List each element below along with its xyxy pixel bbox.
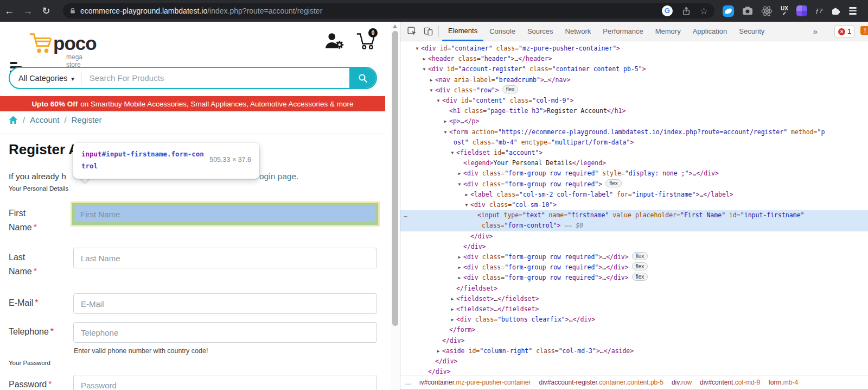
expand-arrow-icon[interactable]: ▶ [456, 252, 463, 262]
flex-badge[interactable]: flex [605, 179, 622, 187]
grid-extension-icon[interactable] [796, 5, 807, 16]
tree-node-line[interactable]: <h1 class="page-title h3">Register Accou… [400, 106, 868, 116]
expand-arrow-icon[interactable]: ▶ [435, 346, 442, 356]
firstname-input[interactable]: First Name [75, 206, 375, 222]
tree-node-line[interactable]: ▶<fieldset>…</fieldset> [400, 304, 868, 314]
flex-badge[interactable]: flex [502, 85, 519, 93]
collapse-arrow-icon[interactable]: ▼ [456, 179, 463, 190]
collapse-arrow-icon[interactable]: ▼ [428, 85, 435, 96]
expand-arrow-icon[interactable]: ▶ [456, 273, 463, 283]
function-help-extension-icon[interactable]: ƒ? [815, 7, 822, 15]
tab-elements[interactable]: Elements [442, 22, 483, 41]
expand-arrow-icon[interactable]: ▶ [449, 314, 456, 325]
share-icon[interactable] [682, 7, 691, 15]
tree-node-line[interactable]: </div> [400, 231, 868, 242]
console-error-badge[interactable]: ✕ 1 [834, 26, 855, 37]
tree-node-line[interactable]: ▶<p>…</p> [400, 116, 868, 127]
expand-arrow-icon[interactable]: ▶ [428, 75, 435, 85]
expand-arrow-icon[interactable]: ▶ [463, 190, 470, 200]
expand-arrow-icon[interactable]: ▶ [456, 262, 463, 273]
back-icon[interactable]: ← [0, 5, 18, 17]
e-mail-input[interactable]: E-Mail [73, 293, 377, 314]
ux-check-extension-icon[interactable]: UX✓ [781, 6, 788, 16]
dom-breadcrumb-item[interactable]: form.mb-4 [768, 379, 798, 386]
tree-node-line[interactable]: <legend>Your Personal Details</legend> [400, 158, 868, 168]
tree-node-line[interactable]: ▶<label class="col-sm-2 col-form-label" … [400, 190, 868, 200]
tree-node-line[interactable]: ▼<div id="container" class="mz-pure-push… [400, 43, 868, 54]
tree-node-line[interactable]: ▶<aside id="column-right" class="col-md-… [400, 346, 868, 356]
collapse-arrow-icon[interactable]: ▼ [435, 96, 442, 106]
device-toolbar-icon[interactable] [421, 24, 435, 39]
google-icon[interactable]: G [662, 5, 673, 16]
more-tabs-button[interactable]: » [813, 22, 818, 41]
tree-node-line[interactable]: </div> [400, 242, 868, 252]
tree-node-line[interactable]: ▶<div class="form-group row required">…<… [400, 262, 868, 273]
tree-node-line[interactable]: ▼<div id="content" class="col-md-9"> [400, 96, 868, 106]
address-bar[interactable]: ecommerce-playground.lambdatest.io/index… [63, 3, 714, 18]
tree-node-line[interactable]: …<input type="text" name="firstname" val… [400, 210, 868, 221]
collapse-arrow-icon[interactable]: ▼ [421, 64, 427, 74]
twitter-extension-icon[interactable] [723, 5, 734, 17]
tree-node-line[interactable]: ▶<div class="buttons clearfix">…</div> [400, 314, 868, 325]
tab-performance[interactable]: Performance [597, 22, 649, 41]
dom-breadcrumb-item[interactable]: div.row [672, 379, 692, 386]
tree-node-line[interactable]: ▼<fieldset id="account"> [400, 148, 868, 158]
tree-node-line[interactable]: ▶<nav aria-label="breadcrumb">…</nav> [400, 75, 868, 85]
tree-node-line[interactable]: ▶<fieldset>…</fieldset> [400, 294, 868, 304]
dom-breadcrumb-item[interactable]: div#account-register.container.content.p… [539, 379, 663, 386]
page-scrollbar[interactable] [391, 22, 400, 390]
collapse-arrow-icon[interactable]: ▼ [463, 200, 470, 210]
dom-breadcrumb-item[interactable]: iv#container.mz-pure-pusher-container [419, 379, 531, 386]
expand-arrow-icon[interactable]: ▶ [449, 304, 456, 314]
tree-node-line[interactable]: ▼<div id="account-register" class="conta… [400, 64, 868, 74]
dom-breadcrumb-item[interactable]: … [405, 379, 411, 386]
tree-node-line[interactable]: ▼<div class="row">flex [400, 85, 868, 96]
tab-console[interactable]: Console [483, 22, 521, 41]
tab-security[interactable]: Security [733, 22, 770, 41]
tab-sources[interactable]: Sources [521, 22, 559, 41]
reload-icon[interactable]: ↻ [37, 5, 55, 17]
expand-arrow-icon[interactable]: ▶ [442, 116, 449, 127]
node-options-icon[interactable]: … [404, 210, 407, 221]
tree-node-line[interactable]: ▼<form action="https://ecommerce-playgro… [400, 127, 868, 137]
dom-breadcrumb-item[interactable]: div#content.col-md-9 [700, 379, 760, 386]
tree-node-line[interactable]: </div> [400, 367, 868, 375]
tree-node-line[interactable]: ▼<div class="col-sm-10"> [400, 200, 868, 210]
extensions-puzzle-icon[interactable] [831, 5, 841, 16]
tree-node-line[interactable]: ▶<header class="header">…</header> [400, 54, 868, 64]
tree-node-line[interactable]: </div> [400, 336, 868, 346]
tree-node-line[interactable]: ▼<div class="form-group row required">fl… [400, 179, 868, 190]
expand-arrow-icon[interactable]: ▶ [449, 294, 456, 304]
tree-node-line[interactable]: </fieldset> [400, 284, 868, 294]
last-name-input[interactable]: Last Name [73, 248, 377, 268]
forward-icon[interactable]: → [18, 5, 37, 17]
scrollbar-up-arrow-icon[interactable] [393, 24, 397, 28]
expand-arrow-icon[interactable]: ▶ [421, 54, 427, 64]
expand-arrow-icon[interactable]: ▶ [456, 168, 463, 179]
tree-node-line[interactable]: </div> [400, 356, 868, 367]
inspect-element-icon[interactable] [405, 24, 419, 39]
tree-node-line[interactable]: ▶<div class="form-group row required" st… [400, 168, 868, 179]
react-devtools-icon[interactable] [761, 5, 773, 17]
collapse-arrow-icon[interactable]: ▼ [449, 148, 456, 158]
menu-list-icon[interactable] [849, 7, 857, 15]
flex-badge[interactable]: flex [632, 252, 648, 260]
tree-node-line[interactable]: </form> [400, 325, 868, 335]
collapse-arrow-icon[interactable]: ▼ [414, 43, 420, 54]
password-input[interactable]: Password [73, 375, 377, 390]
tab-network[interactable]: Network [559, 22, 597, 41]
tree-node-line[interactable]: ▶<div class="form-group row required">…<… [400, 252, 868, 262]
scrollbar-thumb[interactable] [392, 31, 398, 326]
flex-badge[interactable]: flex [632, 273, 648, 281]
camera-extension-icon[interactable] [742, 5, 753, 16]
flex-badge[interactable]: flex [632, 262, 648, 271]
collapse-arrow-icon[interactable]: ▼ [442, 127, 449, 137]
tab-application[interactable]: Application [687, 22, 733, 41]
issues-icon[interactable]: ! [860, 26, 868, 35]
tree-node-line[interactable]: ▶<div class="form-group row required">…<… [400, 273, 868, 283]
tab-memory[interactable]: Memory [649, 22, 687, 41]
tree-node-line[interactable]: class="form-control"> == $0 [400, 221, 868, 231]
bookmark-star-icon[interactable]: ☆ [700, 5, 708, 17]
telephone-input[interactable]: Telephone [73, 322, 377, 343]
tree-node-line[interactable]: ost" class="mb-4" enctype="multipart/for… [400, 137, 868, 148]
